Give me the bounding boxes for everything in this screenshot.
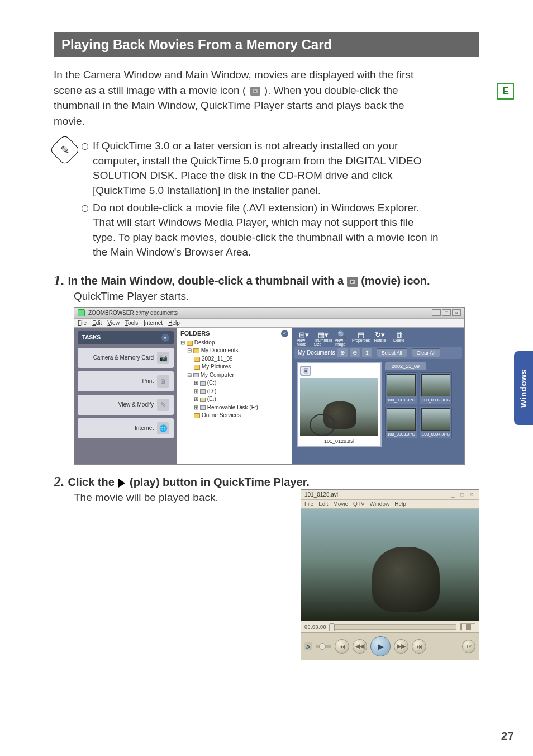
delete-button[interactable]: 🗑Delete (392, 331, 406, 344)
zb-toolbar[interactable]: ⊞▾View Mode ▦▾Thumbnail Size 🔍View Image… (294, 330, 462, 347)
thumbnail-image (300, 378, 378, 436)
zb-pathbar[interactable]: My Documents ⊕ ⊖ ↥ Select All Clear All (294, 347, 462, 359)
note-item: If QuickTime 3.0 or a later version is n… (82, 139, 439, 198)
tv-button[interactable]: TV (462, 640, 475, 653)
image-thumbnail[interactable]: 100_0002.JPG (420, 372, 452, 404)
zb-tasks-panel: TASKS « Camera & Memory Card📷 Print🗎 Vie… (74, 328, 177, 464)
rewind-button[interactable]: ◀◀ (353, 639, 367, 654)
qt-menubar[interactable]: File Edit Movie QTV Window Help (301, 500, 479, 509)
play-button[interactable]: ▶ (370, 636, 391, 656)
zb-menubar[interactable]: File Edit View Tools Internet Help (74, 319, 464, 328)
menu-file[interactable]: File (304, 501, 313, 507)
rewind-start-button[interactable]: ⏮ (335, 639, 349, 654)
note-block: ✎ If QuickTime 3.0 or a later version is… (54, 139, 479, 262)
qt-progress-bar[interactable]: 00:00:00 (301, 621, 479, 632)
image-thumbnail[interactable]: 100_0003.JPG (385, 407, 417, 438)
qt-timecode: 00:00:00 (304, 624, 326, 630)
up-button[interactable]: ↥ (362, 348, 372, 357)
camera-icon: 📷 (157, 352, 169, 364)
step-number: 1. (54, 273, 65, 288)
qt-video-area (301, 509, 479, 621)
movie-icon (347, 277, 358, 287)
window-controls[interactable]: _ □ × (451, 492, 475, 498)
select-all-button[interactable]: Select All (377, 348, 407, 357)
zoom-out-button[interactable]: ⊖ (350, 348, 360, 357)
qt-seek-knob[interactable] (329, 623, 335, 631)
print-icon: 🗎 (157, 375, 169, 388)
menu-tools[interactable]: Tools (125, 320, 138, 326)
note-list: If QuickTime 3.0 or a later version is n… (82, 139, 439, 262)
thumb-size-button[interactable]: ▦▾Thumbnail Size (316, 331, 330, 344)
step-subtext: The movie will be played back. (74, 492, 218, 504)
view-mode-button[interactable]: ⊞▾View Mode (297, 331, 311, 344)
volume-slider[interactable] (316, 645, 331, 648)
tasks-header[interactable]: TASKS « (78, 331, 174, 344)
menu-help[interactable]: Help (394, 501, 406, 507)
minimize-button[interactable]: _ (432, 309, 441, 316)
movie-thumbnail[interactable]: ▣ 101_0128.avi (297, 362, 382, 447)
folders-header: FOLDERS (180, 330, 210, 337)
date-group-label: 2002_11_09 (385, 362, 426, 370)
globe-icon: 🌐 (157, 422, 169, 434)
menu-view[interactable]: View (107, 320, 120, 326)
clear-all-button[interactable]: Clear All (412, 348, 441, 357)
rotate-button[interactable]: ↻▾Rotate (373, 331, 387, 344)
qt-controls: 🔈 ⏮ ◀◀ ▶ ▶▶ ⏭ TV (301, 632, 479, 660)
close-button[interactable]: × (452, 309, 461, 316)
menu-edit[interactable]: Edit (92, 320, 102, 326)
side-tab-windows: Windows (514, 351, 533, 425)
thumbnail-caption: 101_0128.avi (298, 437, 380, 446)
menu-file[interactable]: File (78, 320, 87, 326)
window-controls[interactable]: _ □ × (432, 309, 461, 316)
edit-icon: ✎ (157, 399, 169, 411)
language-badge: E (497, 83, 514, 100)
zb-folders-panel: FOLDERS « ⊟ Desktop ⊟ My Documents 2002_… (177, 328, 292, 464)
section-title: Playing Back Movies From a Memory Card (54, 32, 479, 57)
step-2: 2. Click the (play) button in QuickTime … (54, 475, 479, 660)
task-view-modify[interactable]: View & Modify✎ (78, 395, 174, 415)
menu-internet[interactable]: Internet (144, 320, 163, 326)
note-item: Do not double-click a movie file (.AVI e… (82, 201, 439, 260)
menu-window[interactable]: Window (370, 501, 390, 507)
task-internet[interactable]: Internet🌐 (78, 418, 174, 438)
quicktime-window: 101_0128.avi _ □ × File Edit Movie QTV W… (301, 489, 479, 660)
qt-seek-track[interactable] (330, 624, 456, 630)
intro-paragraph: In the Camera Window and Main Window, mo… (54, 67, 434, 129)
menu-movie[interactable]: Movie (333, 501, 348, 507)
menu-help[interactable]: Help (168, 320, 180, 326)
folder-tree[interactable]: ⊟ Desktop ⊟ My Documents 2002_11_09 My P… (180, 339, 288, 420)
zoom-in-button[interactable]: ⊕ (337, 348, 348, 357)
step-title: In the Main Window, double-click a thumb… (68, 273, 430, 288)
zb-window-title: ZOOMBROWSER c:\my documents (88, 310, 178, 316)
path-label: My Documents (298, 349, 335, 356)
movie-icon (250, 87, 260, 96)
image-thumbnail[interactable]: 100_0004.JPG (420, 407, 452, 438)
view-image-button[interactable]: 🔍View Image (335, 331, 349, 344)
qt-window-title: 101_0128.avi (304, 492, 338, 498)
zb-titlebar: ZOOMBROWSER c:\my documents _ □ × (74, 308, 464, 319)
step-subtext: QuickTime Player starts. (74, 290, 479, 303)
collapse-icon[interactable]: « (161, 334, 169, 342)
zb-browser-area: ⊞▾View Mode ▦▾Thumbnail Size 🔍View Image… (292, 328, 464, 464)
zoombrowser-window: ZOOMBROWSER c:\my documents _ □ × File E… (74, 307, 465, 465)
step-1: 1. In the Main Window, double-click a th… (54, 273, 479, 465)
app-icon (78, 309, 85, 316)
qt-equalizer-icon (460, 623, 475, 630)
menu-qtv[interactable]: QTV (353, 501, 365, 507)
play-icon (118, 479, 125, 488)
movie-badge-icon: ▣ (300, 366, 311, 376)
forward-button[interactable]: ▶▶ (394, 639, 408, 654)
image-thumbnail[interactable]: 100_0001.JPG (385, 372, 417, 404)
collapse-icon[interactable]: « (281, 330, 288, 337)
qt-titlebar: 101_0128.avi _ □ × (301, 490, 479, 500)
maximize-button[interactable]: □ (442, 309, 451, 316)
properties-button[interactable]: ▤Properties (354, 331, 368, 344)
step-title: Click the (play) button in QuickTime Pla… (68, 475, 310, 489)
step-number: 2. (54, 475, 65, 489)
forward-end-button[interactable]: ⏭ (412, 639, 426, 654)
task-print[interactable]: Print🗎 (78, 371, 174, 391)
task-camera-memorycard[interactable]: Camera & Memory Card📷 (78, 348, 174, 368)
note-icon: ✎ (49, 134, 81, 166)
menu-edit[interactable]: Edit (318, 501, 328, 507)
volume-icon[interactable]: 🔈 (304, 642, 312, 650)
